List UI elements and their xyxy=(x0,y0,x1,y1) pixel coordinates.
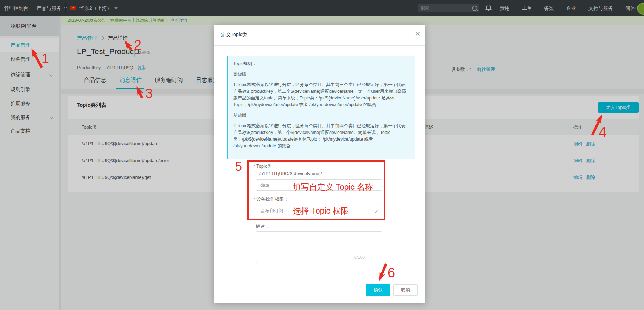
annotation-number-6: 6 xyxy=(388,265,395,280)
annotation-number-1: 1 xyxy=(42,51,49,66)
rules-advanced-text: 1.Topic格式必须以"/"进行分层，区分每个类目。其中前三个类目已经规定好，… xyxy=(233,82,409,108)
rules-basic-label: 基础版 xyxy=(233,112,409,119)
annotation-number-3: 3 xyxy=(145,86,153,101)
cancel-button[interactable]: 取消 xyxy=(393,284,418,296)
topic-rules-info-box: Topic规则： 高级版 1.Topic格式必须以"/"进行分层，区分每个类目。… xyxy=(227,56,415,159)
rules-basic-text: 2.Topic格式必须以"/"进行分层，区分每个类目。其中前两个类目已经规定好，… xyxy=(233,123,409,149)
rules-heading: Topic规则： xyxy=(233,60,409,67)
close-icon[interactable]: × xyxy=(415,27,420,40)
confirm-button[interactable]: 确认 xyxy=(366,284,390,296)
rules-advanced-label: 高级版 xyxy=(233,71,409,78)
annotation-number-5: 5 xyxy=(235,159,242,174)
description-field-label: 描述： xyxy=(256,224,269,230)
modal-header-divider xyxy=(214,45,425,46)
annotation-select-permission: 选择 Topic 权限 xyxy=(293,206,349,217)
screen: 管理控制台 产品与服务 ★ 华东2（上海） 费用 工单 备案 企业 支持与服务 … xyxy=(0,0,644,310)
annotation-number-4: 4 xyxy=(599,125,606,140)
char-counter: 0/100 xyxy=(354,255,365,260)
annotation-fill-topic-name: 填写自定义 Topic 名称 xyxy=(293,182,373,193)
annotation-number-2: 2 xyxy=(134,38,141,53)
modal-title: 定义Topic类 xyxy=(221,32,247,38)
